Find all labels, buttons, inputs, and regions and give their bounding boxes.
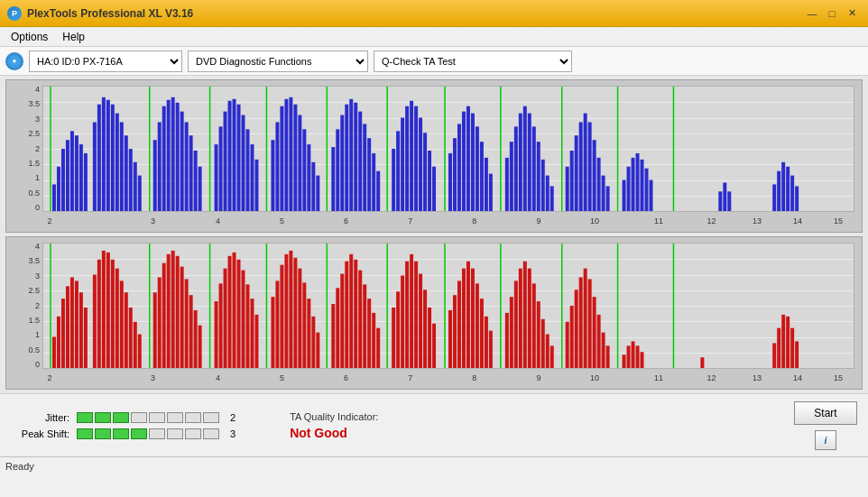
svg-rect-241 (606, 345, 610, 368)
svg-rect-77 (432, 167, 436, 211)
svg-rect-152 (158, 277, 162, 368)
svg-rect-69 (396, 131, 400, 211)
svg-rect-79 (448, 153, 452, 211)
svg-rect-195 (372, 313, 375, 368)
svg-rect-179 (293, 258, 297, 368)
svg-rect-114 (627, 167, 631, 211)
svg-rect-122 (723, 182, 726, 211)
svg-rect-175 (275, 281, 279, 368)
svg-rect-73 (414, 106, 418, 211)
svg-rect-193 (363, 284, 366, 368)
svg-rect-132 (61, 299, 65, 368)
svg-rect-115 (632, 158, 635, 211)
svg-rect-11 (102, 97, 106, 211)
svg-rect-33 (215, 144, 218, 211)
svg-rect-83 (466, 106, 470, 211)
svg-rect-19 (138, 176, 142, 211)
svg-rect-246 (636, 345, 640, 368)
svg-rect-157 (180, 267, 184, 368)
svg-rect-213 (466, 262, 470, 368)
svg-rect-222 (514, 281, 518, 368)
svg-rect-23 (162, 106, 166, 211)
svg-rect-201 (405, 262, 409, 368)
svg-rect-243 (623, 354, 626, 368)
svg-rect-148 (134, 322, 137, 368)
svg-rect-245 (632, 341, 635, 368)
svg-rect-106 (584, 114, 587, 211)
svg-rect-40 (246, 129, 250, 211)
svg-rect-104 (575, 135, 578, 211)
minimize-button[interactable]: — (803, 5, 821, 22)
svg-rect-177 (284, 254, 288, 368)
svg-rect-217 (485, 317, 488, 368)
svg-rect-37 (233, 99, 236, 211)
top-chart: 4 3.5 3 2.5 2 1.5 1 0.5 0 (5, 79, 863, 233)
svg-rect-56 (331, 147, 335, 211)
test-selector[interactable]: Q-Check TA Test (374, 51, 572, 72)
info-button[interactable]: i (815, 430, 836, 450)
svg-rect-31 (199, 167, 202, 211)
svg-rect-10 (97, 105, 101, 211)
svg-rect-0 (52, 184, 56, 211)
svg-rect-6 (79, 144, 83, 211)
svg-rect-223 (519, 269, 522, 368)
bottom-chart-inner (42, 243, 854, 369)
svg-rect-159 (189, 295, 193, 368)
svg-rect-48 (289, 97, 292, 211)
svg-rect-96 (532, 126, 536, 211)
svg-rect-137 (84, 308, 88, 368)
svg-rect-218 (489, 331, 493, 368)
maximize-button[interactable]: □ (823, 5, 841, 22)
svg-rect-169 (242, 271, 245, 368)
svg-rect-18 (134, 162, 137, 211)
svg-rect-166 (228, 256, 232, 368)
close-button[interactable]: ✕ (843, 5, 861, 22)
svg-rect-63 (363, 124, 366, 211)
svg-rect-172 (254, 315, 258, 368)
svg-rect-142 (106, 253, 110, 368)
svg-rect-220 (505, 313, 509, 368)
function-selector[interactable]: DVD Diagnostic Functions (188, 51, 368, 72)
svg-rect-4 (70, 131, 74, 211)
svg-rect-45 (275, 122, 279, 211)
svg-rect-192 (358, 271, 362, 368)
svg-rect-143 (111, 260, 115, 368)
bottom-panel: Jitter: 2 Peak Shift: (0, 393, 868, 456)
svg-rect-168 (237, 260, 241, 368)
svg-rect-62 (358, 112, 362, 211)
start-button[interactable]: Start (794, 401, 857, 425)
jitter-meter (77, 412, 219, 423)
svg-rect-82 (462, 112, 466, 211)
svg-rect-252 (781, 315, 785, 368)
svg-rect-227 (537, 301, 540, 368)
svg-rect-187 (336, 288, 339, 368)
svg-rect-49 (293, 105, 297, 211)
svg-rect-130 (52, 337, 56, 369)
svg-rect-88 (489, 174, 493, 211)
svg-rect-108 (593, 140, 596, 211)
svg-rect-57 (336, 129, 339, 211)
svg-rect-156 (176, 256, 180, 368)
peak-shift-seg-2 (95, 428, 111, 439)
menu-help[interactable]: Help (55, 29, 92, 45)
svg-rect-44 (271, 140, 274, 211)
svg-rect-254 (790, 328, 794, 368)
svg-rect-149 (138, 335, 142, 368)
svg-rect-178 (289, 251, 292, 368)
jitter-seg-5 (149, 412, 165, 423)
svg-rect-15 (120, 122, 124, 211)
svg-rect-9 (93, 122, 97, 211)
peak-shift-seg-4 (131, 428, 147, 439)
svg-rect-129 (795, 186, 799, 211)
svg-rect-184 (316, 333, 319, 368)
menu-options[interactable]: Options (4, 29, 55, 45)
window-controls: — □ ✕ (803, 5, 861, 22)
svg-rect-21 (153, 140, 157, 211)
svg-rect-147 (129, 308, 133, 368)
svg-rect-239 (597, 315, 601, 368)
svg-rect-52 (307, 144, 310, 211)
drive-selector[interactable]: HA:0 ID:0 PX-716A (29, 51, 182, 72)
svg-rect-1 (57, 167, 60, 211)
svg-rect-255 (795, 341, 799, 368)
jitter-seg-6 (167, 412, 183, 423)
